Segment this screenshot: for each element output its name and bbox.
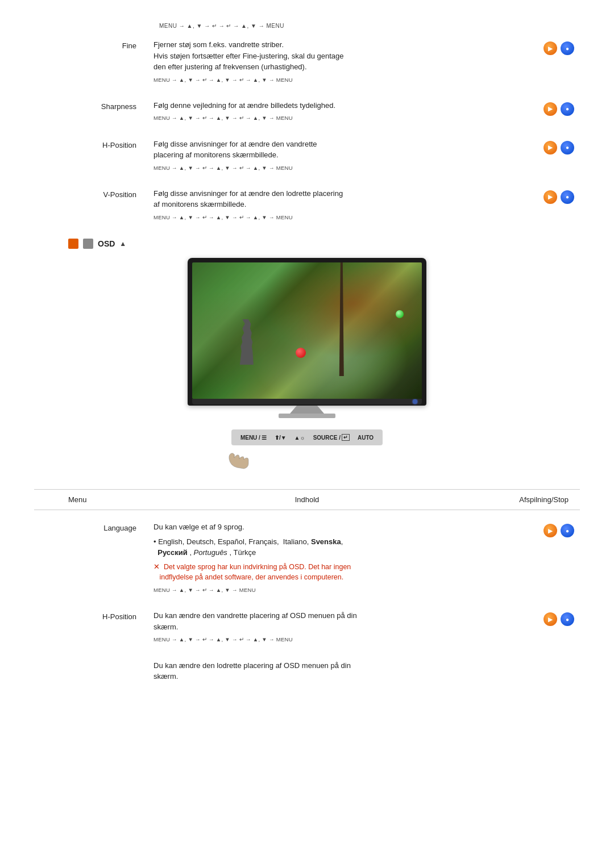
osd-hposition-description: Du kan ændre den vandrette placering af … <box>154 610 523 632</box>
monitor-area <box>34 258 580 418</box>
fine-icon-blue: ● <box>561 41 574 55</box>
osd-hposition-content: Du kan ændre den vandrette placering af … <box>154 610 523 644</box>
hposition-content: Følg disse anvisninger for at ændre den … <box>154 139 523 172</box>
language-bullet: • English, Deutsch, Español, Français, I… <box>154 536 523 558</box>
hposition-description: Følg disse anvisninger for at ændre den … <box>154 139 523 161</box>
osd-hposition-label: H-Position <box>34 610 154 621</box>
sharpness-icon-orange: ▶ <box>544 102 557 116</box>
hposition-icons: ▶ ● <box>523 139 580 155</box>
sharpness-content: Følg denne vejledning for at ændre bille… <box>154 100 523 123</box>
monitor-power-dot <box>413 399 417 404</box>
table-header: Menu Indhold Afspilning/Stop <box>34 489 580 510</box>
pagoda <box>238 319 255 365</box>
fine-description: Fjerner støj som f.eks. vandrette stribe… <box>154 39 523 73</box>
osd-vposition-content: Du kan ændre den lodrette placering af O… <box>154 660 523 686</box>
red-ball <box>296 348 306 358</box>
monitor-stand <box>290 406 324 414</box>
language-content: Du kan vælge et af 9 sprog. • English, D… <box>154 521 523 594</box>
hposition-path: MENU → ▲, ▼ → ↵ → ▲, ▼ → ↵ → ▲, ▼ → MENU <box>154 164 523 172</box>
vposition-section: V-Position Følg disse anvisninger for at… <box>34 188 580 222</box>
fine-label: Fine <box>34 39 154 50</box>
ctrl-menu-label: MENU / <box>240 435 260 441</box>
osd-vposition-section: Du kan ændre den lodrette placering af O… <box>34 660 580 686</box>
vposition-description: Følg disse anvisninger for at ændre den … <box>154 188 523 210</box>
vposition-icon-orange: ▶ <box>544 190 557 204</box>
sharpness-icons: ▶ ● <box>523 100 580 116</box>
hand-pointer <box>226 448 254 472</box>
osd-hposition-icon-orange: ▶ <box>544 612 557 626</box>
osd-hposition-path: MENU → ▲, ▼ → ↵ → ▲, ▼ → ↵ → ▲, ▼ → MENU <box>154 636 523 644</box>
hand-svg <box>226 448 254 470</box>
ctrl-source: SOURCE / ↵ <box>313 434 350 441</box>
vposition-path: MENU → ▲, ▼ → ↵ → ▲, ▼ → ↵ → ▲, ▼ → MENU <box>154 214 523 222</box>
fine-icon-orange: ▶ <box>544 41 557 55</box>
ctrl-nav-icon: ⬆/▼ <box>275 435 287 441</box>
ctrl-brightness: ▲☼ <box>294 435 305 441</box>
sharpness-path: MENU → ▲, ▼ → ↵ → ▲, ▼ → ↵ → ▲, ▼ → MENU <box>154 114 523 122</box>
vposition-icon-blue: ● <box>561 190 574 204</box>
osd-hposition-icon-blue: ● <box>561 612 574 626</box>
ctrl-menu-icon: ☰ <box>262 435 267 441</box>
osd-hposition-icons: ▶ ● <box>523 610 580 626</box>
language-description: Du kan vælge et af 9 sprog. <box>154 521 523 533</box>
sharpness-description: Følg denne vejledning for at ændre bille… <box>154 100 523 111</box>
osd-hposition-section: H-Position Du kan ændre den vandrette pl… <box>34 610 580 644</box>
ctrl-auto-label: AUTO <box>358 435 374 441</box>
osd-vposition-label <box>34 660 154 662</box>
ctrl-brightness-label: ▲☼ <box>294 435 305 441</box>
monitor-bottom <box>192 399 422 404</box>
language-path: MENU → ▲, ▼ → ↵ → ▲, ▼ → MENU <box>154 586 523 594</box>
vposition-icons: ▶ ● <box>523 188 580 204</box>
ctrl-source-icon: ↵ <box>342 434 350 441</box>
language-label: Language <box>34 521 154 532</box>
ctrl-auto: AUTO <box>358 435 374 441</box>
ctrl-menu: MENU / ☰ <box>240 435 267 441</box>
fine-section: Fine Fjerner støj som f.eks. vandrette s… <box>34 39 580 84</box>
sharpness-label: Sharpness <box>34 100 154 111</box>
osd-vposition-icons <box>523 660 580 662</box>
language-icon-orange: ▶ <box>544 524 557 537</box>
control-panel: MENU / ☰ ⬆/▼ ▲☼ SOURCE / ↵ AUTO <box>231 429 383 445</box>
control-panel-area: MENU / ☰ ⬆/▼ ▲☼ SOURCE / ↵ AUTO <box>34 429 580 472</box>
monitor-frame <box>188 258 426 406</box>
fine-content: Fjerner støj som f.eks. vandrette stribe… <box>154 39 523 84</box>
page-container: MENU → ▲, ▼ → ↵ → ↵ → ▲, ▼ → MENU Fine F… <box>0 0 614 724</box>
top-nav-path: MENU → ▲, ▼ → ↵ → ↵ → ▲, ▼ → MENU <box>34 23 580 29</box>
monitor-screen <box>192 262 422 399</box>
osd-vposition-description: Du kan ændre den lodrette placering af O… <box>154 660 523 682</box>
ctrl-source-label: SOURCE / <box>313 435 341 441</box>
osd-label: OSD <box>98 239 115 248</box>
osd-arrow: ▲ <box>119 240 126 248</box>
language-icon-blue: ● <box>561 524 574 537</box>
vposition-label: V-Position <box>34 188 154 199</box>
table-header-menu: Menu <box>34 495 108 504</box>
osd-icon-box <box>83 239 93 249</box>
table-header-playback: Afspilning/Stop <box>506 495 580 504</box>
monitor-base <box>279 414 335 418</box>
hposition-label: H-Position <box>34 139 154 149</box>
hposition-icon-blue: ● <box>561 141 574 155</box>
tree-silhouette <box>330 262 353 376</box>
language-warning: ✕ Det valgte sprog har kun indvirkning p… <box>154 562 523 583</box>
green-ball <box>396 310 404 318</box>
hposition-icon-orange: ▶ <box>544 141 557 155</box>
hposition-section: H-Position Følg disse anvisninger for at… <box>34 139 580 172</box>
language-icons: ▶ ● <box>523 521 580 537</box>
vposition-content: Følg disse anvisninger for at ændre den … <box>154 188 523 222</box>
language-section: Language Du kan vælge et af 9 sprog. • E… <box>34 521 580 594</box>
ctrl-nav: ⬆/▼ <box>275 435 287 441</box>
osd-icon-d <box>68 239 78 249</box>
sharpness-section: Sharpness Følg denne vejledning for at æ… <box>34 100 580 123</box>
monitor-wrapper <box>188 258 426 418</box>
osd-header: OSD ▲ <box>68 239 580 249</box>
sharpness-icon-blue: ● <box>561 102 574 116</box>
fine-path: MENU → ▲, ▼ → ↵ → ▲, ▼ → ↵ → ▲, ▼ → MENU <box>154 76 523 84</box>
table-header-content: Indhold <box>108 495 506 504</box>
fine-icons: ▶ ● <box>523 39 580 55</box>
